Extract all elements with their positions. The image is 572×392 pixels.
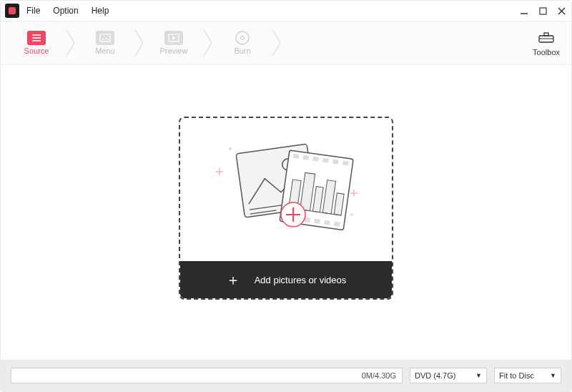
disc-type-select[interactable]: DVD (4.7G) ▼ <box>410 368 487 383</box>
fit-select[interactable]: Fit to Disc ▼ <box>494 368 561 383</box>
menu-option[interactable]: Option <box>53 6 78 16</box>
svg-rect-29 <box>302 155 309 160</box>
step-source[interactable]: Source <box>8 21 65 65</box>
toolbox-icon <box>538 29 555 46</box>
toolbox-label: Toolbox <box>533 48 560 57</box>
fit-value: Fit to Disc <box>499 371 534 380</box>
svg-rect-1 <box>540 8 546 14</box>
chevron-right-icon <box>134 21 145 65</box>
title-bar: File Option Help <box>1 1 571 21</box>
svg-rect-14 <box>544 33 548 36</box>
svg-rect-39 <box>334 222 340 227</box>
source-icon <box>27 31 46 45</box>
step-menu-label: Menu <box>95 46 115 55</box>
menu-help[interactable]: Help <box>92 6 109 16</box>
main-area: ＋ Add pictures or videos <box>1 65 571 351</box>
svg-rect-32 <box>332 160 339 165</box>
step-burn[interactable]: Burn <box>214 21 271 65</box>
step-burn-label: Burn <box>234 46 250 55</box>
caret-down-icon: ▼ <box>550 372 556 379</box>
drop-illustration <box>180 118 392 261</box>
svg-point-11 <box>236 31 249 44</box>
svg-rect-28 <box>293 154 300 159</box>
svg-rect-38 <box>324 220 330 225</box>
step-preview[interactable]: Preview <box>145 21 202 65</box>
disc-type-value: DVD (4.7G) <box>415 371 455 380</box>
svg-point-8 <box>102 39 104 40</box>
step-source-label: Source <box>24 46 49 55</box>
svg-marker-10 <box>172 36 176 40</box>
chevron-right-icon <box>202 21 214 65</box>
add-media-dropzone[interactable]: ＋ Add pictures or videos <box>179 117 393 300</box>
step-bar: Source Menu Preview Burn Toolbox <box>1 21 571 65</box>
svg-rect-33 <box>342 161 349 166</box>
toolbox-button[interactable]: Toolbox <box>533 29 564 57</box>
chevron-right-icon <box>65 21 77 65</box>
svg-point-12 <box>241 36 245 40</box>
close-button[interactable] <box>556 5 567 16</box>
maximize-button[interactable] <box>537 5 548 16</box>
svg-rect-7 <box>100 34 110 41</box>
app-icon <box>5 4 19 18</box>
caret-down-icon: ▼ <box>475 372 482 379</box>
svg-point-22 <box>350 213 353 216</box>
add-media-bar[interactable]: ＋ Add pictures or videos <box>180 261 392 298</box>
menu-icon <box>96 31 114 45</box>
window-controls <box>518 5 567 16</box>
svg-rect-31 <box>322 158 329 163</box>
svg-rect-37 <box>314 219 320 224</box>
capacity-bar: 0M/4.30G <box>11 368 403 383</box>
preview-icon <box>164 31 183 45</box>
main-menu: File Option Help <box>26 6 109 16</box>
burn-icon <box>233 31 252 45</box>
bottom-bar: 0M/4.30G DVD (4.7G) ▼ Fit to Disc ▼ <box>1 360 571 391</box>
minimize-button[interactable] <box>518 5 530 16</box>
capacity-text: 0M/4.30G <box>362 371 396 380</box>
chevron-right-icon <box>271 21 282 65</box>
add-media-label: Add pictures or videos <box>255 275 347 285</box>
svg-rect-30 <box>312 157 319 162</box>
menu-file[interactable]: File <box>26 6 40 16</box>
step-menu[interactable]: Menu <box>77 21 134 65</box>
step-preview-label: Preview <box>159 46 187 55</box>
svg-point-20 <box>229 147 232 150</box>
plus-icon: ＋ <box>226 270 240 290</box>
